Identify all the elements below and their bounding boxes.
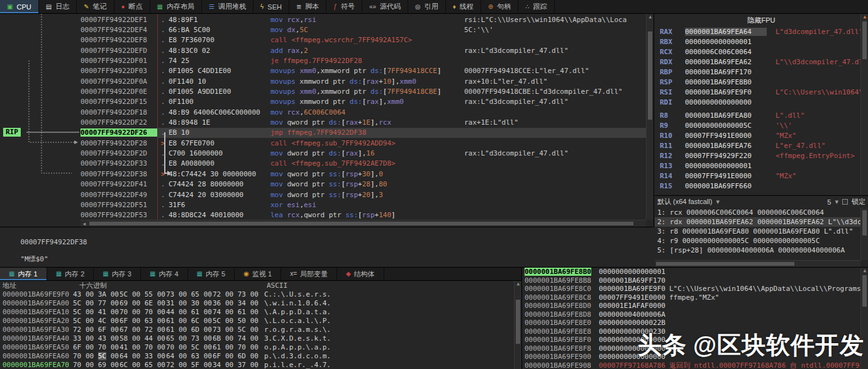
disasm-horizontal-scrollbar[interactable]: ◀ (81, 220, 646, 227)
lock-checkbox[interactable] (842, 199, 848, 205)
register-row[interactable]: RDX0000001BA69FEA62L"\\d3dcompiler_47.dl… (655, 57, 868, 67)
register-row[interactable]: R110000001BA69FEA76L"er_47.dll" (655, 140, 868, 150)
disasm-row[interactable]: 00007FF94922DF49.C74424 20 03000000mov d… (0, 190, 646, 200)
tab-trace[interactable]: ∴跟踪 (518, 0, 554, 13)
dump-row[interactable]: 0000001BA69FEA005C 00 77 0069 00 6E 0031… (0, 298, 521, 307)
tab-watch1[interactable]: ◉监视 1 (235, 268, 281, 280)
stack-row[interactable]: 0000001BA69FE8C800007FF9491E0000ffmpeg."… (522, 293, 868, 302)
tab-dump3[interactable]: ▦内存 3 (94, 268, 141, 280)
disasm-row[interactable]: 00007FF94922DF2D.C700 16000000mov dword … (0, 148, 646, 158)
register-row[interactable]: RSP0000001BA69FE8B0 (655, 77, 868, 87)
register-row[interactable]: RAX0000001BA69FEA64L"d3dcompiler_47.dll" (655, 26, 868, 37)
disasm-row[interactable]: 00007FF94922DF51.31F6xor esi,esi (0, 200, 646, 210)
register-row[interactable]: RBP0000001BA69FF170 (655, 67, 868, 77)
dump-row[interactable]: 0000001BA69FEA7070 00 69 006C 00 65 0072… (0, 360, 521, 369)
dump-row[interactable]: 0000001BA69FEA105C 00 41 0070 00 70 0044… (0, 307, 521, 316)
dump-row[interactable]: 0000001BA69FEA205C 00 4C 006F 00 63 0061… (0, 316, 521, 325)
disasm-row[interactable]: 00007FF94922DF53.48:8D8C24 40010000lea r… (0, 210, 646, 220)
disasm-row[interactable]: 00007FF94922DF33.E8 A0080000call <ffmpeg… (0, 159, 646, 169)
tab-source[interactable]: «»源代码 (362, 0, 408, 13)
tab-log[interactable]: ▤日志 (39, 0, 77, 13)
disasm-row[interactable]: 00007FF94922DEFD.48:83C0 02add rax,2rax:… (0, 45, 646, 55)
disasm-row[interactable]: 00007FF94922DF01.74 25je ffmpeg.7FF94922… (0, 55, 646, 65)
stack-address: 0000001BA69FE8E0 (522, 319, 599, 327)
tab-notes[interactable]: ✎笔记 (77, 0, 114, 13)
dump-row[interactable]: 0000001BA69FEA4033 00 43 0058 00 44 0065… (0, 334, 521, 343)
tab-dump4[interactable]: ▦内存 4 (141, 268, 188, 280)
argument-row[interactable]: 1: rcx 0000006C006C0064 0000006C006C0064 (655, 208, 868, 217)
register-row[interactable]: R1200007FF94929F220<ffmpeg.EntryPoint> (655, 150, 868, 161)
instruction-bullet: . (157, 88, 169, 96)
tab-struct[interactable]: ◆结构体 (337, 268, 384, 280)
argument-row[interactable]: 2: rdx 0000001BA69FEA62 0000001BA69FEA62… (655, 217, 868, 227)
disasm-row[interactable]: 00007FF94922DF03.0F1005 C4DD1E00movups x… (0, 66, 646, 76)
argument-row[interactable]: 5: [rsp+28] 000000004000006A 00000000400… (655, 246, 868, 255)
stack-row[interactable]: 0000001BA69FE90800007FF97168A786返回到 ntdl… (522, 361, 868, 369)
register-row[interactable]: R1000007FF9491E0000"MZx" (655, 130, 868, 140)
argument-count-select[interactable]: 5 (827, 198, 831, 206)
register-row[interactable]: R150000001BA69FF660 (655, 181, 868, 191)
registers-vertical-scrollbar[interactable]: ▲ (860, 14, 868, 195)
disasm-row[interactable]: 00007FF94922DF26.EB 10jmp ffmpeg.7FF9492… (0, 128, 646, 138)
register-row[interactable]: RDI0000000000000000 (655, 97, 868, 107)
disasm-row[interactable]: 00007FF94922DF18.48:B9 64006C006C000000m… (0, 107, 646, 117)
tab-references[interactable]: ◎引用 (408, 0, 446, 13)
stack-row[interactable]: 0000001BA69FE8E0000000000000022B (522, 319, 868, 327)
tab-script[interactable]: ≣脚本 (289, 0, 326, 13)
tab-dump2[interactable]: ▦内存 2 (47, 268, 94, 280)
tab-dump1[interactable]: ▦内存 1 (0, 268, 47, 280)
argument-row[interactable]: 3: r8 0000001BA69FEA80 0000001BA69FEA80 … (655, 227, 868, 236)
disasm-row[interactable]: 00007FF94922DEF4.66:BA 5C00mov dx,5C5C:'… (0, 25, 646, 35)
disasm-row[interactable]: 00007FF94922DF0A.0F1140 10movups xmmword… (0, 76, 646, 86)
stack-row[interactable]: 0000001BA69FE8D0000001E1AFAF0000 (522, 302, 868, 310)
stack-row[interactable]: 0000001BA69FE8D8000000004000006A (522, 310, 868, 319)
tab-seh[interactable]: ϟSEH (253, 0, 289, 13)
calling-convention-select[interactable]: 默认 (x64 fastcall) (657, 197, 712, 207)
tab-locals[interactable]: x=局部变量 (281, 268, 337, 280)
stack-row[interactable]: 0000001BA69FE8C00000001BA69FE9F0L"C:\\Us… (522, 285, 868, 293)
arguments-vertical-scrollbar[interactable] (860, 208, 868, 260)
tab-breakpoints[interactable]: ●断点 (114, 0, 150, 13)
register-row[interactable]: R1400007FF9491E0000"MZx" (655, 171, 868, 181)
disasm-row[interactable]: 00007FF94922DF38>48:C74424 30 00000000mo… (0, 169, 646, 179)
tab-dump5[interactable]: ▦内存 5 (188, 268, 235, 280)
hide-fpu-toggle[interactable]: 隐藏FPU (655, 14, 868, 26)
dump-row[interactable]: 0000001BA69FEA3072 00 6F 0067 00 72 0061… (0, 325, 521, 334)
dump-row[interactable]: 0000001BA69FEA506F 00 70 0041 00 70 0070… (0, 343, 521, 351)
tab-memmap[interactable]: ▦内存布局 (150, 0, 202, 13)
disasm-row[interactable]: 00007FF94922DF15.0F1100movups xmmword pt… (0, 97, 646, 107)
tab-handles[interactable]: ⊕句柄 (481, 0, 518, 13)
dump-vertical-scrollbar[interactable]: ▲ (514, 281, 521, 369)
dump-row[interactable]: 0000001BA69FE9F043 00 3A 005C 00 55 0073… (0, 290, 521, 298)
tab-threads[interactable]: ♦线程 (446, 0, 481, 13)
disasm-row[interactable]: 00007FF94922DEF1.48:89F1mov rcx,rsirsi:L… (0, 14, 646, 25)
disasm-vertical-scrollbar[interactable]: ▲ (646, 14, 654, 220)
chevron-down-icon[interactable]: ▾ (716, 198, 720, 206)
argument-row[interactable]: 4: r9 000000000000005C 000000000000005C (655, 236, 868, 246)
tab-symbols[interactable]: ƒ符号 (326, 0, 362, 13)
register-row[interactable]: RBX0000000000000001 (655, 37, 868, 47)
disasm-row[interactable]: 00007FF94922DF28>E8 67FE0700call <ffmpeg… (0, 138, 646, 148)
register-row[interactable]: R9000000000000005C'\\' (655, 120, 868, 130)
arguments-horizontal-scrollbar[interactable] (655, 260, 860, 267)
stack-row[interactable]: 0000001BA69FE8B00000000000000001 (522, 268, 868, 276)
notes-icon: ✎ (84, 4, 89, 10)
register-row[interactable]: R80000001BA69FEA80L".dll" (655, 110, 868, 120)
instruction-text: call <ffmpeg.sub_7FF9492ADD94> (270, 139, 464, 147)
register-row[interactable]: RCX0000006C006C0064 (655, 47, 868, 57)
tab-cpu[interactable]: ▣CPU (0, 0, 39, 13)
disasm-row[interactable]: 00007FF94922DF0E.0F1005 A9DD1E00movups x… (0, 86, 646, 96)
tab-callstack[interactable]: ☰调用堆栈 (202, 0, 253, 13)
disasm-row[interactable]: 00007FF94922DF22.48:8948 1Emov qword ptr… (0, 117, 646, 127)
register-row[interactable]: R130000000000000001 (655, 161, 868, 171)
disasm-row[interactable]: 00007FF94922DEF8.E8 7F360700call <ffmpeg… (0, 35, 646, 45)
chevron-down-icon[interactable]: ▾ (835, 198, 838, 206)
stack-row[interactable]: 0000001BA69FE8B80000001BA69FF170 (522, 276, 868, 285)
instruction-bullet: . (157, 67, 169, 75)
disasm-row[interactable]: 00007FF94922DF41.C74424 28 80000000mov d… (0, 179, 646, 190)
register-row[interactable]: RSI0000001BA69FE9F0L"C:\\Users\\win1064\… (655, 87, 868, 97)
tab-label: 断点 (129, 2, 143, 11)
dump-row[interactable]: 0000001BA69FEA6070 00 5C 0064 00 33 0064… (0, 351, 521, 360)
instruction-bytes: 0F1005 A9DD1E00 (169, 88, 270, 96)
lock-label: 锁定 (852, 197, 865, 207)
